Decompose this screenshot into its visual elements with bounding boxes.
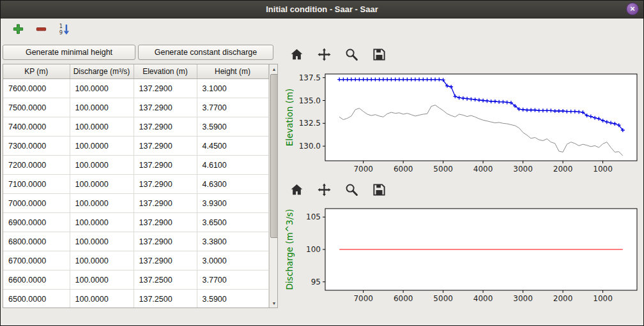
generate-constant-discharge-button[interactable]: Generate constant discharge (138, 45, 273, 60)
cell-kp[interactable]: 7000.0000 (3, 194, 70, 213)
column-header-discharge[interactable]: Discharge (m³/s) (70, 64, 134, 79)
save-button[interactable] (371, 181, 388, 200)
cell-elevation[interactable]: 137.2900 (134, 194, 197, 213)
cell-height[interactable]: 4.6300 (197, 175, 268, 194)
pan-move-icon (317, 47, 332, 64)
table-row[interactable]: 6500.0000 100.0000 137.2500 3.5900 (3, 290, 268, 309)
scroll-up-button[interactable]: ▲ (270, 64, 279, 73)
svg-text:5000: 5000 (433, 165, 453, 174)
table-scrollbar[interactable]: ▲ ▼ (269, 64, 279, 307)
magnifier-icon (344, 182, 359, 199)
sort-rows-button[interactable]: 1 9 (57, 22, 72, 39)
cell-discharge[interactable]: 100.0000 (70, 117, 134, 137)
cell-discharge[interactable]: 100.0000 (70, 98, 134, 117)
table-row[interactable]: 6900.0000 100.0000 137.2900 3.6500 (3, 213, 268, 232)
scrollbar-thumb[interactable] (270, 74, 279, 238)
scroll-down-button[interactable]: ▼ (270, 299, 279, 307)
save-button[interactable] (371, 46, 388, 65)
cell-kp[interactable]: 6600.0000 (3, 270, 70, 290)
cell-discharge[interactable]: 100.0000 (70, 175, 134, 194)
cell-elevation[interactable]: 137.2900 (134, 156, 197, 175)
app-toolbar: 1 9 (1, 19, 643, 41)
table-row[interactable]: 6700.0000 100.0000 137.2900 3.0000 (3, 251, 268, 270)
cell-discharge[interactable]: 100.0000 (70, 251, 134, 270)
home-icon (289, 47, 304, 64)
cell-height[interactable]: 3.0000 (197, 251, 268, 270)
cell-kp[interactable]: 7500.0000 (3, 98, 70, 117)
cell-height[interactable]: 3.7700 (197, 98, 268, 117)
svg-text:3000: 3000 (513, 165, 533, 174)
table-row[interactable]: 7000.0000 100.0000 137.2900 3.9300 (3, 194, 268, 213)
table-row[interactable]: 6600.0000 100.0000 137.2500 3.7700 (3, 270, 268, 290)
table-row[interactable]: 7400.0000 100.0000 137.2900 3.5900 (3, 117, 268, 137)
cell-discharge[interactable]: 100.0000 (70, 156, 134, 175)
table-row[interactable]: 7300.0000 100.0000 137.2900 4.4500 (3, 137, 268, 156)
cell-kp[interactable]: 6800.0000 (3, 232, 70, 251)
cell-height[interactable]: 3.3800 (197, 232, 268, 251)
cell-kp[interactable]: 7200.0000 (3, 156, 70, 175)
cell-discharge[interactable]: 100.0000 (70, 79, 134, 98)
svg-text:95: 95 (311, 278, 321, 286)
pan-button[interactable] (316, 46, 333, 65)
cell-elevation[interactable]: 137.2900 (134, 137, 197, 156)
column-header-kp[interactable]: KP (m) (3, 64, 70, 79)
table-row[interactable]: 7600.0000 100.0000 137.2900 3.1000 (3, 79, 268, 98)
cell-elevation[interactable]: 137.2900 (134, 79, 197, 98)
home-button[interactable] (288, 181, 305, 200)
table-row[interactable]: 7500.0000 100.0000 137.2900 3.7700 (3, 98, 268, 117)
cell-discharge[interactable]: 100.0000 (70, 194, 134, 213)
zoom-button[interactable] (343, 46, 360, 65)
home-button[interactable] (288, 46, 305, 65)
generate-minimal-height-button[interactable]: Generate minimal height (3, 45, 135, 60)
cell-height[interactable]: 4.4500 (197, 137, 268, 156)
close-button[interactable]: × (626, 3, 639, 15)
home-icon (289, 182, 304, 199)
add-icon (12, 23, 24, 37)
cell-height[interactable]: 3.9300 (197, 194, 268, 213)
cell-kp[interactable]: 7100.0000 (3, 175, 70, 194)
cell-elevation[interactable]: 137.2900 (134, 98, 197, 117)
svg-text:Discharge (m^3/s): Discharge (m^3/s) (284, 209, 295, 290)
svg-text:1: 1 (59, 23, 63, 29)
elevation-chart[interactable]: 7000600050004000300020001000130.0132.513… (283, 69, 642, 179)
cell-elevation[interactable]: 137.2900 (134, 175, 197, 194)
table-row[interactable]: 7200.0000 100.0000 137.2900 4.6100 (3, 156, 268, 175)
cell-height[interactable]: 3.5900 (197, 290, 268, 309)
cell-height[interactable]: 3.7700 (197, 270, 268, 290)
cell-discharge[interactable]: 100.0000 (70, 270, 134, 290)
initial-condition-table: KP (m) Discharge (m³/s) Elevation (m) He… (3, 64, 278, 308)
cell-elevation[interactable]: 137.2500 (134, 270, 197, 290)
cell-kp[interactable]: 7300.0000 (3, 137, 70, 156)
add-row-button[interactable] (11, 22, 26, 38)
cell-kp[interactable]: 6700.0000 (3, 251, 70, 270)
cell-elevation[interactable]: 137.2500 (134, 290, 197, 309)
cell-kp[interactable]: 7400.0000 (3, 117, 70, 137)
cell-height[interactable]: 3.6500 (197, 213, 268, 232)
pan-button[interactable] (316, 181, 333, 200)
cell-kp[interactable]: 7600.0000 (3, 79, 70, 98)
discharge-chart[interactable]: 700060005000400030002000100095100105Disc… (283, 204, 642, 308)
cell-discharge[interactable]: 100.0000 (70, 232, 134, 251)
table-row[interactable]: 7100.0000 100.0000 137.2900 4.6300 (3, 175, 268, 194)
table-row[interactable]: 6800.0000 100.0000 137.2900 3.3800 (3, 232, 268, 251)
cell-discharge[interactable]: 100.0000 (70, 213, 134, 232)
cell-elevation[interactable]: 137.2900 (134, 117, 197, 137)
cell-kp[interactable]: 6500.0000 (3, 290, 70, 309)
remove-row-button[interactable] (34, 22, 49, 38)
titlebar[interactable]: Initial condition - Saar - Saar × (1, 1, 643, 19)
cell-elevation[interactable]: 137.2900 (134, 232, 197, 251)
svg-text:9: 9 (59, 29, 63, 36)
cell-height[interactable]: 4.6100 (197, 156, 268, 175)
cell-height[interactable]: 3.5900 (197, 117, 268, 137)
zoom-button[interactable] (343, 181, 360, 200)
cell-height[interactable]: 3.1000 (197, 79, 268, 98)
svg-text:135.0: 135.0 (299, 96, 321, 105)
cell-elevation[interactable]: 137.2900 (134, 213, 197, 232)
column-header-elevation[interactable]: Elevation (m) (134, 64, 197, 79)
cell-discharge[interactable]: 100.0000 (70, 290, 134, 309)
svg-text:7000: 7000 (353, 165, 373, 174)
cell-kp[interactable]: 6900.0000 (3, 213, 70, 232)
column-header-height[interactable]: Height (m) (197, 64, 268, 79)
cell-elevation[interactable]: 137.2900 (134, 251, 197, 270)
cell-discharge[interactable]: 100.0000 (70, 137, 134, 156)
